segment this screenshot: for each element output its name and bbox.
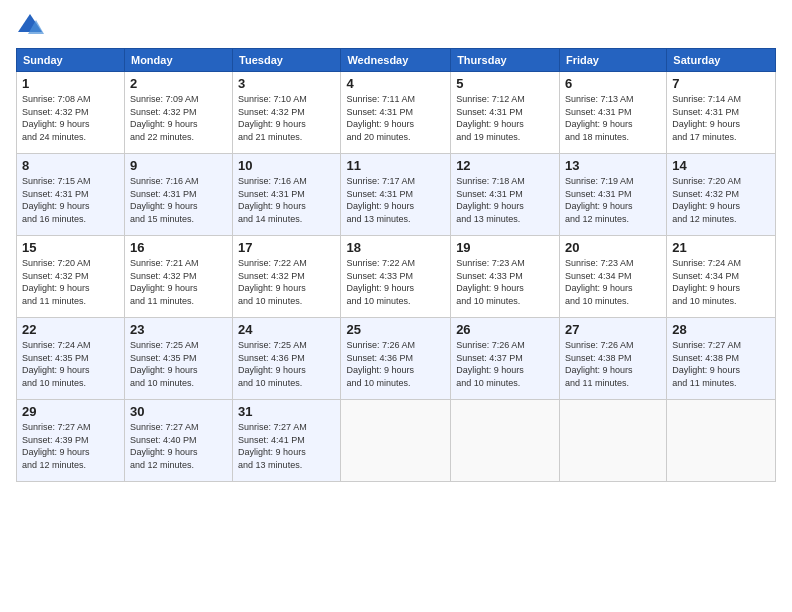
day-info: Sunrise: 7:13 AM Sunset: 4:31 PM Dayligh… (565, 94, 634, 142)
col-friday: Friday (559, 49, 666, 72)
day-info: Sunrise: 7:27 AM Sunset: 4:39 PM Dayligh… (22, 422, 91, 470)
day-number: 14 (672, 158, 770, 173)
day-cell (451, 400, 560, 482)
day-number: 26 (456, 322, 554, 337)
day-cell: 14 Sunrise: 7:20 AM Sunset: 4:32 PM Dayl… (667, 154, 776, 236)
day-info: Sunrise: 7:20 AM Sunset: 4:32 PM Dayligh… (672, 176, 741, 224)
day-number: 20 (565, 240, 661, 255)
day-number: 16 (130, 240, 227, 255)
week-row-5: 29 Sunrise: 7:27 AM Sunset: 4:39 PM Dayl… (17, 400, 776, 482)
day-info: Sunrise: 7:26 AM Sunset: 4:37 PM Dayligh… (456, 340, 525, 388)
day-cell: 27 Sunrise: 7:26 AM Sunset: 4:38 PM Dayl… (559, 318, 666, 400)
day-number: 18 (346, 240, 445, 255)
day-number: 15 (22, 240, 119, 255)
day-cell: 30 Sunrise: 7:27 AM Sunset: 4:40 PM Dayl… (124, 400, 232, 482)
header (16, 12, 776, 40)
day-number: 5 (456, 76, 554, 91)
day-number: 1 (22, 76, 119, 91)
day-info: Sunrise: 7:23 AM Sunset: 4:33 PM Dayligh… (456, 258, 525, 306)
day-info: Sunrise: 7:25 AM Sunset: 4:35 PM Dayligh… (130, 340, 199, 388)
day-cell (341, 400, 451, 482)
day-cell: 13 Sunrise: 7:19 AM Sunset: 4:31 PM Dayl… (559, 154, 666, 236)
col-monday: Monday (124, 49, 232, 72)
day-number: 12 (456, 158, 554, 173)
day-cell: 21 Sunrise: 7:24 AM Sunset: 4:34 PM Dayl… (667, 236, 776, 318)
day-cell: 10 Sunrise: 7:16 AM Sunset: 4:31 PM Dayl… (233, 154, 341, 236)
day-info: Sunrise: 7:18 AM Sunset: 4:31 PM Dayligh… (456, 176, 525, 224)
day-info: Sunrise: 7:11 AM Sunset: 4:31 PM Dayligh… (346, 94, 415, 142)
day-cell: 29 Sunrise: 7:27 AM Sunset: 4:39 PM Dayl… (17, 400, 125, 482)
day-info: Sunrise: 7:16 AM Sunset: 4:31 PM Dayligh… (238, 176, 307, 224)
week-row-2: 8 Sunrise: 7:15 AM Sunset: 4:31 PM Dayli… (17, 154, 776, 236)
day-cell: 15 Sunrise: 7:20 AM Sunset: 4:32 PM Dayl… (17, 236, 125, 318)
day-info: Sunrise: 7:27 AM Sunset: 4:40 PM Dayligh… (130, 422, 199, 470)
day-cell: 19 Sunrise: 7:23 AM Sunset: 4:33 PM Dayl… (451, 236, 560, 318)
day-cell: 7 Sunrise: 7:14 AM Sunset: 4:31 PM Dayli… (667, 72, 776, 154)
day-cell: 5 Sunrise: 7:12 AM Sunset: 4:31 PM Dayli… (451, 72, 560, 154)
day-info: Sunrise: 7:24 AM Sunset: 4:35 PM Dayligh… (22, 340, 91, 388)
day-number: 2 (130, 76, 227, 91)
day-info: Sunrise: 7:16 AM Sunset: 4:31 PM Dayligh… (130, 176, 199, 224)
day-number: 11 (346, 158, 445, 173)
day-info: Sunrise: 7:14 AM Sunset: 4:31 PM Dayligh… (672, 94, 741, 142)
day-number: 9 (130, 158, 227, 173)
day-cell: 8 Sunrise: 7:15 AM Sunset: 4:31 PM Dayli… (17, 154, 125, 236)
day-cell: 3 Sunrise: 7:10 AM Sunset: 4:32 PM Dayli… (233, 72, 341, 154)
day-number: 3 (238, 76, 335, 91)
day-info: Sunrise: 7:15 AM Sunset: 4:31 PM Dayligh… (22, 176, 91, 224)
day-number: 31 (238, 404, 335, 419)
day-cell: 4 Sunrise: 7:11 AM Sunset: 4:31 PM Dayli… (341, 72, 451, 154)
day-number: 29 (22, 404, 119, 419)
day-cell: 26 Sunrise: 7:26 AM Sunset: 4:37 PM Dayl… (451, 318, 560, 400)
day-cell: 24 Sunrise: 7:25 AM Sunset: 4:36 PM Dayl… (233, 318, 341, 400)
day-info: Sunrise: 7:27 AM Sunset: 4:41 PM Dayligh… (238, 422, 307, 470)
day-number: 13 (565, 158, 661, 173)
day-number: 4 (346, 76, 445, 91)
day-cell: 12 Sunrise: 7:18 AM Sunset: 4:31 PM Dayl… (451, 154, 560, 236)
logo-icon (16, 12, 44, 40)
day-number: 19 (456, 240, 554, 255)
day-number: 7 (672, 76, 770, 91)
day-info: Sunrise: 7:10 AM Sunset: 4:32 PM Dayligh… (238, 94, 307, 142)
calendar-table: Sunday Monday Tuesday Wednesday Thursday… (16, 48, 776, 482)
day-number: 25 (346, 322, 445, 337)
day-number: 17 (238, 240, 335, 255)
day-info: Sunrise: 7:21 AM Sunset: 4:32 PM Dayligh… (130, 258, 199, 306)
day-cell: 28 Sunrise: 7:27 AM Sunset: 4:38 PM Dayl… (667, 318, 776, 400)
col-thursday: Thursday (451, 49, 560, 72)
day-info: Sunrise: 7:27 AM Sunset: 4:38 PM Dayligh… (672, 340, 741, 388)
day-cell (667, 400, 776, 482)
day-number: 10 (238, 158, 335, 173)
day-cell (559, 400, 666, 482)
day-info: Sunrise: 7:09 AM Sunset: 4:32 PM Dayligh… (130, 94, 199, 142)
day-cell: 6 Sunrise: 7:13 AM Sunset: 4:31 PM Dayli… (559, 72, 666, 154)
day-info: Sunrise: 7:23 AM Sunset: 4:34 PM Dayligh… (565, 258, 634, 306)
col-saturday: Saturday (667, 49, 776, 72)
day-cell: 11 Sunrise: 7:17 AM Sunset: 4:31 PM Dayl… (341, 154, 451, 236)
day-cell: 25 Sunrise: 7:26 AM Sunset: 4:36 PM Dayl… (341, 318, 451, 400)
day-info: Sunrise: 7:19 AM Sunset: 4:31 PM Dayligh… (565, 176, 634, 224)
header-row: Sunday Monday Tuesday Wednesday Thursday… (17, 49, 776, 72)
day-info: Sunrise: 7:22 AM Sunset: 4:33 PM Dayligh… (346, 258, 415, 306)
day-cell: 20 Sunrise: 7:23 AM Sunset: 4:34 PM Dayl… (559, 236, 666, 318)
day-cell: 23 Sunrise: 7:25 AM Sunset: 4:35 PM Dayl… (124, 318, 232, 400)
col-tuesday: Tuesday (233, 49, 341, 72)
day-info: Sunrise: 7:26 AM Sunset: 4:38 PM Dayligh… (565, 340, 634, 388)
day-cell: 31 Sunrise: 7:27 AM Sunset: 4:41 PM Dayl… (233, 400, 341, 482)
day-info: Sunrise: 7:17 AM Sunset: 4:31 PM Dayligh… (346, 176, 415, 224)
day-number: 28 (672, 322, 770, 337)
week-row-4: 22 Sunrise: 7:24 AM Sunset: 4:35 PM Dayl… (17, 318, 776, 400)
day-info: Sunrise: 7:08 AM Sunset: 4:32 PM Dayligh… (22, 94, 91, 142)
col-sunday: Sunday (17, 49, 125, 72)
day-number: 30 (130, 404, 227, 419)
day-number: 23 (130, 322, 227, 337)
day-info: Sunrise: 7:25 AM Sunset: 4:36 PM Dayligh… (238, 340, 307, 388)
day-info: Sunrise: 7:12 AM Sunset: 4:31 PM Dayligh… (456, 94, 525, 142)
day-info: Sunrise: 7:22 AM Sunset: 4:32 PM Dayligh… (238, 258, 307, 306)
week-row-1: 1 Sunrise: 7:08 AM Sunset: 4:32 PM Dayli… (17, 72, 776, 154)
day-number: 22 (22, 322, 119, 337)
day-cell: 1 Sunrise: 7:08 AM Sunset: 4:32 PM Dayli… (17, 72, 125, 154)
day-cell: 16 Sunrise: 7:21 AM Sunset: 4:32 PM Dayl… (124, 236, 232, 318)
day-number: 8 (22, 158, 119, 173)
day-cell: 2 Sunrise: 7:09 AM Sunset: 4:32 PM Dayli… (124, 72, 232, 154)
